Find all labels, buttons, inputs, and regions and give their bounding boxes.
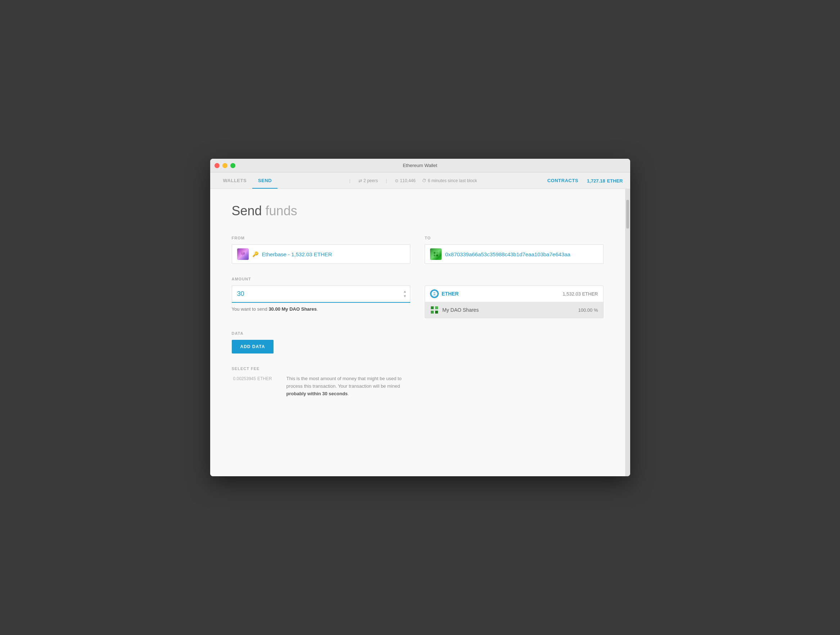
amount-input-wrapper: ▲ ▼ [232,286,411,303]
window-controls [215,163,235,168]
currency-col: Ξ ETHER 1,532.03 ETHER [425,286,603,318]
scrollbar[interactable] [625,189,630,476]
scrollbar-thumb[interactable] [626,200,629,229]
dao-avatar [430,306,439,314]
svg-rect-7 [436,252,438,254]
blocks-icon: ⊙ [395,178,398,183]
status-bar: | ⇄ 2 peers | ⊙ 110,446 ⏱ 6 minutes sinc… [278,178,547,183]
peers-status: ⇄ 2 peers [358,178,378,183]
time-status: ⏱ 6 minutes since last block [422,178,477,183]
svg-rect-8 [434,254,436,256]
peers-icon: ⇄ [358,178,362,183]
to-label: TO [425,236,603,240]
amount-section: AMOUNT ▲ ▼ You want to send 30.00 My DAO… [232,277,603,318]
etherbase-avatar [237,248,249,260]
currency-dao[interactable]: My DAO Shares 100.00 % [425,302,603,318]
nav-contracts[interactable]: CONTRACTS [547,178,578,183]
fee-description: This is the most amount of money that mi… [286,375,603,397]
svg-rect-9 [436,254,438,256]
svg-rect-14 [431,311,434,314]
blocks-status: ⊙ 110,446 [395,178,415,183]
titlebar: Ethereum Wallet [210,159,630,172]
to-col: TO 0x870339a66a53c35988c43b1d7eaa103ba7e… [425,236,603,264]
svg-text:Ξ: Ξ [433,292,436,296]
main-content: Send funds FROM 🔑 [210,189,625,476]
tab-send[interactable]: SEND [252,172,278,189]
currency-list: Ξ ETHER 1,532.03 ETHER [425,286,603,318]
divider-1: | [348,178,352,183]
page-title: Send funds [232,204,603,218]
minimize-button[interactable] [223,163,227,168]
svg-rect-6 [434,252,436,254]
add-data-button[interactable]: ADD DATA [232,340,274,354]
close-button[interactable] [215,163,219,168]
fee-value-col: 0.00253945ETHER [232,375,272,382]
app-window: Ethereum Wallet WALLETS SEND | ⇄ 2 peers… [210,159,630,476]
data-section: DATA ADD DATA [232,331,603,354]
svg-rect-12 [431,306,434,309]
data-label: DATA [232,331,603,335]
stepper-down[interactable]: ▼ [403,294,407,298]
amount-input-col: ▲ ▼ You want to send 30.00 My DAO Shares… [232,286,411,312]
currency-ether[interactable]: Ξ ETHER 1,532.03 ETHER [425,286,603,302]
ether-icon: Ξ [430,289,439,298]
key-icon: 🔑 [252,251,258,257]
ether-amount: 1,532.03 ETHER [562,291,598,297]
tab-wallets[interactable]: WALLETS [217,172,253,189]
amount-hint: You want to send 30.00 My DAO Shares. [232,306,411,312]
svg-rect-5 [432,251,439,258]
to-address: 0x870339a66a53c35988c43b1d7eaa103ba7e643… [445,251,570,257]
ether-label: Ξ ETHER [430,289,559,298]
from-to-row: FROM 🔑 Etherbase - 1,532.03 ETHER [232,236,603,264]
dao-amount: 100.00 % [578,307,598,313]
divider-2: | [384,178,388,183]
to-avatar [430,248,442,260]
fee-value: 0.00253945ETHER [232,375,272,382]
maximize-button[interactable] [231,163,235,168]
from-col: FROM 🔑 Etherbase - 1,532.03 ETHER [232,236,411,264]
amount-label: AMOUNT [232,277,603,281]
navbar: WALLETS SEND | ⇄ 2 peers | ⊙ 110,446 ⏱ 6… [210,172,630,189]
amount-row: ▲ ▼ You want to send 30.00 My DAO Shares… [232,286,603,318]
from-field[interactable]: 🔑 Etherbase - 1,532.03 ETHER [232,245,411,264]
stepper-up[interactable]: ▲ [403,289,407,293]
svg-point-2 [243,252,245,254]
fee-label: SELECT FEE [232,366,603,371]
amount-stepper[interactable]: ▲ ▼ [403,289,407,298]
from-label: FROM [232,236,411,240]
svg-rect-15 [435,311,438,314]
svg-rect-4 [241,254,245,254]
window-title: Ethereum Wallet [403,163,437,168]
dao-label: My DAO Shares [442,307,575,313]
clock-icon: ⏱ [422,178,426,183]
nav-balance: 1,727.18 ETHER [587,177,623,184]
amount-input[interactable] [232,286,411,302]
svg-rect-13 [435,306,438,309]
to-field[interactable]: 0x870339a66a53c35988c43b1d7eaa103ba7e643… [425,245,603,264]
fee-section: SELECT FEE 0.00253945ETHER This is the m… [232,366,603,397]
fee-row: 0.00253945ETHER This is the most amount … [232,375,603,397]
from-address: Etherbase - 1,532.03 ETHER [262,251,332,257]
